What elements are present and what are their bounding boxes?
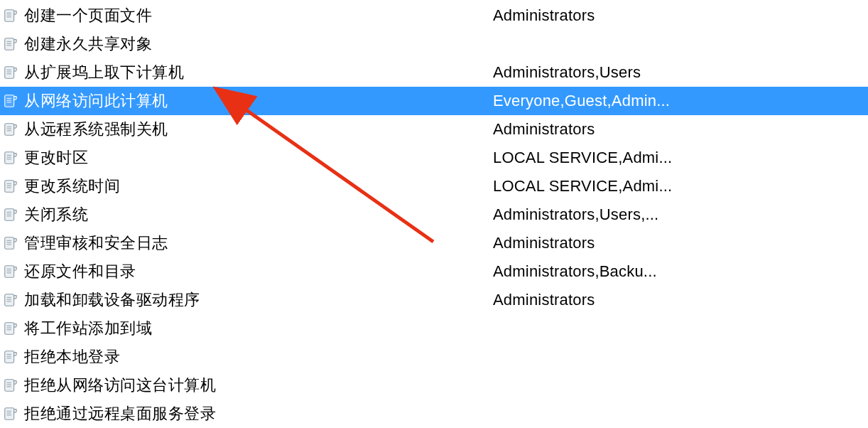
policy-setting: Everyone,Guest,Admin... bbox=[493, 92, 706, 110]
policy-name: 从扩展坞上取下计算机 bbox=[24, 62, 184, 83]
policy-document-icon bbox=[3, 207, 18, 223]
svg-rect-28 bbox=[5, 209, 14, 221]
policy-row[interactable]: 创建永久共享对象 bbox=[0, 30, 868, 58]
policy-setting: Administrators bbox=[493, 6, 706, 25]
policy-name: 创建一个页面文件 bbox=[24, 5, 152, 26]
policy-setting: LOCAL SERVICE,Admi... bbox=[493, 149, 706, 167]
policy-name: 从网络访问此计算机 bbox=[24, 90, 168, 112]
policy-document-icon bbox=[3, 36, 18, 52]
policy-document-icon bbox=[3, 122, 18, 137]
policy-row[interactable]: 管理审核和安全日志Administrators bbox=[0, 229, 868, 257]
policy-name: 还原文件和目录 bbox=[24, 261, 136, 282]
policy-name: 管理审核和安全日志 bbox=[24, 232, 168, 254]
policy-document-icon bbox=[3, 178, 18, 194]
policy-name: 将工作站添加到域 bbox=[24, 318, 152, 339]
policy-row[interactable]: 拒绝本地登录 bbox=[0, 343, 868, 371]
policy-setting: LOCAL SERVICE,Admi... bbox=[493, 177, 706, 196]
policy-row[interactable]: 更改系统时间LOCAL SERVICE,Admi... bbox=[0, 172, 868, 200]
policy-document-icon bbox=[3, 264, 18, 279]
svg-rect-36 bbox=[5, 266, 14, 278]
policy-name: 拒绝从网络访问这台计算机 bbox=[24, 375, 216, 396]
policy-setting: Administrators,Backu... bbox=[493, 262, 706, 281]
policy-row[interactable]: 创建一个页面文件Administrators bbox=[0, 1, 868, 30]
policy-document-icon bbox=[3, 406, 18, 422]
policy-name: 创建永久共享对象 bbox=[24, 33, 152, 55]
policy-name: 更改时区 bbox=[24, 147, 88, 168]
policy-list: 创建一个页面文件Administrators 创建永久共享对象 从扩展坞上取下计… bbox=[0, 0, 868, 428]
policy-document-icon bbox=[3, 65, 18, 80]
policy-document-icon bbox=[3, 8, 18, 23]
svg-rect-0 bbox=[5, 10, 14, 22]
policy-name: 从远程系统强制关机 bbox=[24, 119, 168, 140]
policy-row[interactable]: 更改时区LOCAL SERVICE,Admi... bbox=[0, 144, 868, 172]
policy-document-icon bbox=[3, 150, 18, 166]
policy-row[interactable]: 从扩展坞上取下计算机Administrators,Users bbox=[0, 58, 868, 87]
svg-rect-8 bbox=[5, 67, 14, 79]
policy-document-icon bbox=[3, 378, 18, 393]
svg-rect-24 bbox=[5, 181, 14, 193]
policy-row[interactable]: 还原文件和目录Administrators,Backu... bbox=[0, 257, 868, 286]
policy-document-icon bbox=[3, 93, 18, 109]
policy-name: 拒绝通过远程桌面服务登录 bbox=[24, 403, 216, 424]
policy-row[interactable]: 加载和卸载设备驱动程序Administrators bbox=[0, 286, 868, 314]
policy-row[interactable]: 将工作站添加到域 bbox=[0, 314, 868, 343]
policy-document-icon bbox=[3, 292, 18, 308]
policy-setting: Administrators bbox=[493, 291, 706, 309]
svg-rect-56 bbox=[5, 408, 14, 420]
policy-setting: Administrators,Users,... bbox=[493, 205, 706, 224]
svg-rect-20 bbox=[5, 152, 14, 164]
policy-name: 拒绝本地登录 bbox=[24, 346, 120, 368]
policy-setting: Administrators bbox=[493, 234, 706, 252]
policy-name: 更改系统时间 bbox=[24, 176, 120, 197]
policy-row[interactable]: 拒绝通过远程桌面服务登录 bbox=[0, 400, 868, 428]
policy-document-icon bbox=[3, 349, 18, 365]
svg-rect-44 bbox=[5, 323, 14, 335]
policy-name: 加载和卸载设备驱动程序 bbox=[24, 289, 200, 311]
svg-rect-16 bbox=[5, 124, 14, 136]
policy-row[interactable]: 关闭系统Administrators,Users,... bbox=[0, 200, 868, 229]
policy-setting: Administrators,Users bbox=[493, 63, 706, 82]
policy-row[interactable]: 拒绝从网络访问这台计算机 bbox=[0, 371, 868, 400]
svg-rect-4 bbox=[5, 38, 14, 50]
policy-name: 关闭系统 bbox=[24, 204, 88, 225]
svg-rect-52 bbox=[5, 380, 14, 392]
svg-rect-32 bbox=[5, 237, 14, 250]
svg-rect-40 bbox=[5, 294, 14, 306]
policy-document-icon bbox=[3, 321, 18, 336]
svg-rect-48 bbox=[5, 351, 14, 363]
policy-document-icon bbox=[3, 235, 18, 251]
policy-row[interactable]: 从远程系统强制关机Administrators bbox=[0, 115, 868, 144]
policy-row[interactable]: 从网络访问此计算机Everyone,Guest,Admin... bbox=[0, 87, 868, 115]
policy-setting: Administrators bbox=[493, 120, 706, 139]
svg-rect-12 bbox=[5, 95, 14, 107]
